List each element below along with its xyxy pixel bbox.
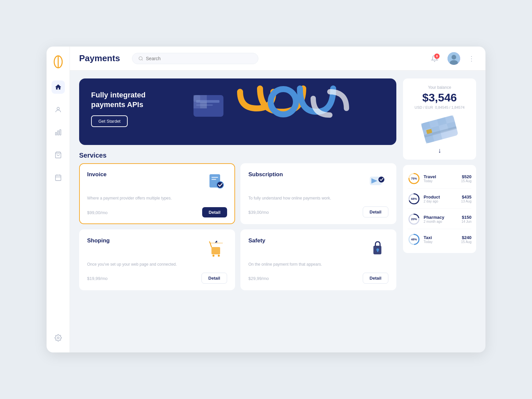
txn-ring: 20% [408,213,420,225]
txn-amount: $240 15 Aug [461,235,471,244]
app-shell: Payments 8 ⋮ Fully int [47,47,485,352]
txn-info: Product 2 day ago [424,195,458,203]
service-footer-shoping: $19,99/mo Detail [87,273,227,284]
sidebar-item-calendar[interactable] [52,171,65,184]
svg-rect-39 [377,250,378,252]
txn-ring: 75% [408,172,420,185]
svg-point-15 [452,55,456,60]
sidebar-item-profile[interactable] [52,103,65,116]
hero-text: Fully integrated payments APIs Get Stard… [91,90,146,127]
service-name-shoping: Shoping [87,237,110,244]
hero-banner: Fully integrated payments APIs Get Stard… [79,78,396,145]
more-button[interactable]: ⋮ [467,55,476,63]
txn-date: 2 month ago [424,220,458,223]
txn-info: Taxi Today [424,235,458,244]
transaction-item: 68% Product 2 day ago $435 13 Aug [408,189,471,209]
txn-percent: 20% [411,217,417,221]
svg-rect-3 [55,132,57,135]
balance-rate: USD / EUR 0,84545 / 1,84574 [409,105,470,109]
content-area: Fully integrated payments APIs Get Stard… [70,70,485,352]
balance-label: Your balance [409,85,470,90]
right-panel: Your balance $3,546 USD / EUR 0,84545 / … [403,78,476,344]
svg-point-35 [218,255,220,257]
search-input[interactable] [146,56,252,61]
txn-value: $150 [462,215,471,220]
service-footer-invoice: $99,00/mo Detail [87,207,227,217]
svg-rect-7 [55,175,61,181]
sidebar-item-settings[interactable] [52,331,65,344]
txn-ring: 48% [408,233,420,246]
svg-point-28 [217,182,223,188]
txn-percent: 75% [411,177,417,180]
sidebar-item-home[interactable] [52,80,65,94]
txn-day: 14 Jun [462,220,471,223]
service-desc-invoice: Where a payment provider offers multiple… [87,195,227,202]
avatar[interactable] [448,52,460,65]
page-title: Payments [79,53,120,64]
service-card-shoping: Shoping Once you've set up your web page… [79,229,235,290]
shoping-icon [206,237,227,259]
txn-info: Pharmacy 2 month ago [424,215,458,223]
txn-value: $520 [461,174,471,179]
service-price-shoping: $19,99/mo [87,275,107,282]
service-desc-safety: On the online payment form that appears. [248,261,388,267]
balance-card: Your balance $3,546 USD / EUR 0,84545 / … [403,78,476,160]
service-card-safety-header: Safety [248,237,388,259]
txn-amount: $150 14 Jun [462,215,471,223]
txn-day: 13 Aug [461,200,471,203]
logo[interactable] [52,55,64,70]
svg-line-13 [142,59,143,60]
service-card-safety: Safety On the online payment form that a… [240,229,396,290]
invoice-detail-button[interactable]: Detail [202,207,227,217]
main-area: Payments 8 ⋮ Fully int [70,47,485,352]
get-started-button[interactable]: Get Stardet [91,115,128,127]
service-price-subscription: $39,00/mo [248,208,269,215]
txn-percent: 48% [411,238,417,241]
txn-date: Today [424,240,458,244]
sidebar-item-shop[interactable] [52,148,65,162]
svg-point-34 [212,255,214,257]
svg-rect-26 [211,177,218,178]
header: Payments 8 ⋮ [70,47,485,70]
txn-name: Pharmacy [424,215,458,220]
sidebar-nav [52,80,65,331]
service-footer-subscription: $39,00/mo Detail [248,206,388,217]
search-icon [138,56,143,61]
subscription-icon [367,171,388,193]
svg-line-36 [210,243,211,247]
svg-rect-4 [58,131,59,135]
svg-rect-21 [200,95,207,102]
subscription-detail-button[interactable]: Detail [363,206,388,217]
shoping-detail-button[interactable]: Detail [201,273,227,284]
svg-rect-32 [211,247,220,254]
safety-detail-button[interactable]: Detail [363,273,388,284]
svg-rect-20 [194,95,200,102]
svg-point-11 [57,337,59,339]
service-price-safety: $29,99/mo [248,275,269,282]
service-name-invoice: Invoice [87,171,107,178]
service-card-subscription-header: Subscription [248,171,388,193]
svg-rect-5 [60,130,61,135]
svg-point-2 [57,107,59,110]
card-arrow: ↓ [409,147,470,154]
safety-icon [367,237,388,259]
services-grid: Invoice Where a payment provider offers … [79,163,396,290]
service-desc-shoping: Once you've set up your web page and con… [87,261,227,267]
txn-amount: $520 15 Aug [461,174,471,183]
service-card-shoping-header: Shoping [87,237,227,259]
txn-percent: 68% [411,197,417,200]
services-title: Services [79,152,396,159]
service-footer-safety: $29,99/mo Detail [248,273,388,284]
service-price-invoice: $99,00/mo [87,209,107,216]
notification-bell[interactable]: 8 [428,52,441,65]
search-bar[interactable] [132,53,258,64]
invoice-icon [206,171,227,193]
notification-badge: 8 [434,54,440,59]
svg-rect-23 [200,102,207,108]
txn-day: 15 Aug [461,179,471,183]
svg-rect-27 [211,179,216,180]
hero-title: Fully integrated payments APIs [91,90,146,109]
txn-value: $435 [461,195,471,200]
txn-value: $240 [461,235,471,240]
sidebar-item-analytics[interactable] [52,126,65,139]
